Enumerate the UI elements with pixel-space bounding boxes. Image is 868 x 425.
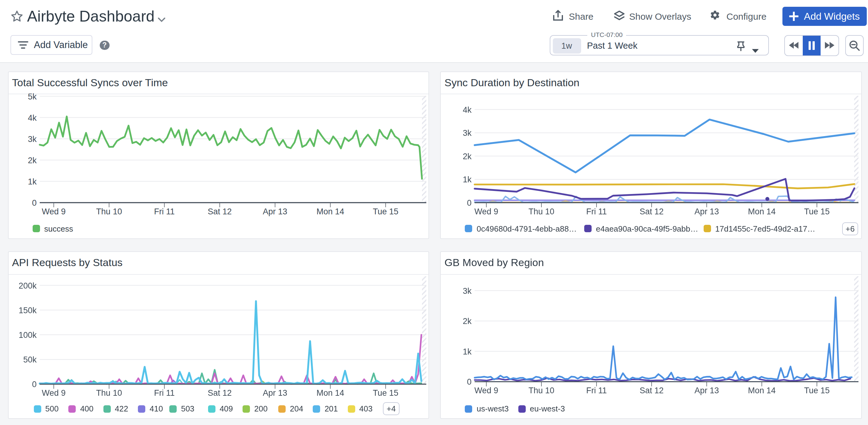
svg-text:0: 0 [467, 198, 471, 208]
svg-text:Thu 10: Thu 10 [96, 207, 122, 216]
svg-text:Thu 10: Thu 10 [528, 207, 554, 216]
svg-text:Tue 15: Tue 15 [804, 386, 830, 395]
svg-text:Thu 10: Thu 10 [528, 386, 554, 395]
svg-text:0: 0 [467, 377, 471, 386]
svg-text:1k: 1k [463, 347, 471, 356]
svg-text:0: 0 [32, 198, 36, 208]
svg-text:1k: 1k [463, 175, 471, 184]
svg-text:2k: 2k [27, 156, 36, 165]
svg-text:Wed 9: Wed 9 [474, 207, 498, 216]
svg-text:Sat 12: Sat 12 [208, 207, 231, 216]
svg-text:Wed 9: Wed 9 [474, 386, 498, 395]
svg-text:Tue 15: Tue 15 [372, 388, 398, 397]
svg-text:Sat 12: Sat 12 [640, 207, 663, 216]
svg-text:Mon 14: Mon 14 [316, 207, 344, 216]
svg-text:1k: 1k [27, 177, 36, 186]
svg-text:Wed 9: Wed 9 [41, 388, 66, 397]
svg-text:5k: 5k [27, 92, 36, 101]
svg-text:3k: 3k [27, 134, 36, 144]
svg-text:3k: 3k [463, 128, 471, 138]
svg-text:Sat 12: Sat 12 [208, 388, 231, 397]
svg-text:Fri 11: Fri 11 [586, 207, 607, 216]
svg-text:Apr 13: Apr 13 [694, 207, 719, 216]
svg-text:150k: 150k [18, 305, 36, 315]
svg-text:Tue 15: Tue 15 [372, 207, 398, 216]
svg-text:100k: 100k [18, 330, 36, 339]
svg-text:0: 0 [32, 380, 36, 389]
svg-text:50k: 50k [23, 355, 36, 364]
svg-text:Fri 11: Fri 11 [586, 386, 607, 395]
svg-text:Apr 13: Apr 13 [262, 388, 287, 397]
svg-text:Tue 15: Tue 15 [804, 207, 830, 216]
svg-text:Sat 12: Sat 12 [640, 386, 663, 395]
svg-text:200k: 200k [18, 281, 36, 290]
svg-text:4k: 4k [463, 105, 471, 115]
svg-text:Apr 13: Apr 13 [262, 207, 287, 216]
svg-text:Mon 14: Mon 14 [316, 388, 344, 397]
svg-text:2k: 2k [463, 152, 471, 161]
svg-text:3k: 3k [463, 286, 471, 295]
svg-text:Fri 11: Fri 11 [154, 388, 174, 397]
svg-text:Wed 9: Wed 9 [41, 207, 66, 216]
svg-text:2k: 2k [463, 316, 471, 326]
svg-text:4k: 4k [27, 113, 36, 123]
svg-text:Fri 11: Fri 11 [154, 207, 174, 216]
svg-text:Mon 14: Mon 14 [748, 386, 776, 395]
svg-text:Thu 10: Thu 10 [96, 388, 122, 397]
svg-text:Apr 13: Apr 13 [694, 386, 719, 395]
svg-text:Mon 14: Mon 14 [748, 207, 776, 216]
